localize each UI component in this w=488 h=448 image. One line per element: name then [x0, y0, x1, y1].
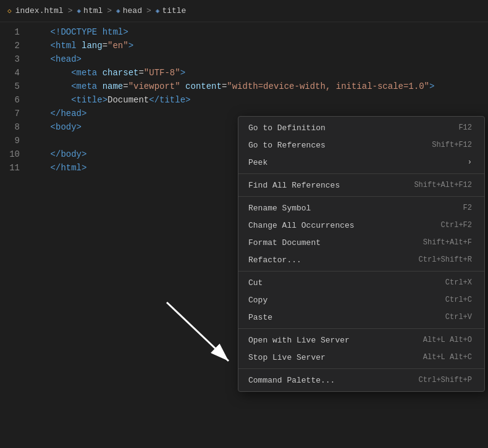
syntax-token: html — [103, 27, 124, 37]
menu-item-label: Rename Symbol — [248, 204, 311, 213]
syntax-token: Document — [107, 95, 149, 105]
menu-item-open-live[interactable]: Open with Live ServerAlt+L Alt+O — [238, 331, 484, 349]
breadcrumb-html-label: html — [83, 6, 103, 15]
syntax-token: <meta — [71, 81, 102, 91]
menu-item-shortcut: Ctrl+V — [445, 313, 472, 321]
line-number: 8 — [0, 122, 30, 132]
menu-item-shortcut: Ctrl+F2 — [441, 221, 472, 230]
menu-item-shortcut: Ctrl+Shift+P — [419, 376, 472, 384]
breadcrumb-html[interactable]: ◈ html — [77, 6, 103, 15]
line-content: <meta name="viewport" content="width=dev… — [30, 81, 488, 91]
menu-item-shortcut: Shift+F12 — [432, 141, 472, 149]
code-line: 4 <meta charset="UTF-8"> — [0, 68, 488, 81]
menu-item-cmd-palette[interactable]: Command Palette...Ctrl+Shift+P — [238, 371, 484, 389]
syntax-token: "width=device-width, initial-scale=1.0" — [227, 81, 429, 91]
menu-item-label: Cut — [248, 278, 263, 288]
line-number: 5 — [0, 81, 30, 91]
syntax-token: content — [185, 81, 222, 91]
line-content: <title>Document</title> — [30, 95, 488, 105]
line-number: 4 — [0, 68, 30, 78]
syntax-token: > — [429, 81, 434, 91]
syntax-token: = — [103, 41, 107, 51]
breadcrumb-bar: ◇ index.html > ◈ html > ◈ head > ◈ title — [0, 0, 488, 22]
menu-item-go-to-def[interactable]: Go to DefinitionF12 — [238, 119, 484, 136]
menu-item-go-to-ref[interactable]: Go to ReferencesShift+F12 — [238, 136, 484, 154]
syntax-token — [30, 95, 71, 105]
menu-item-shortcut: Ctrl+C — [445, 296, 472, 304]
syntax-token — [30, 68, 71, 78]
syntax-token: <head> — [30, 54, 82, 64]
menu-divider — [238, 196, 484, 197]
context-menu: Go to DefinitionF12Go to ReferencesShift… — [238, 116, 485, 392]
syntax-token: </html> — [30, 163, 86, 173]
menu-item-label: Command Palette... — [248, 376, 335, 385]
line-content: <html lang="en"> — [30, 41, 488, 51]
breadcrumb-file[interactable]: index.html — [15, 6, 64, 15]
menu-item-label: Paste — [248, 313, 272, 322]
line-number: 11 — [0, 163, 30, 173]
menu-item-label: Open with Live Server — [248, 336, 350, 345]
menu-item-peek[interactable]: Peek› — [238, 154, 484, 171]
syntax-token: = — [123, 81, 128, 91]
line-number: 7 — [0, 109, 30, 118]
code-line: 3 <head> — [0, 54, 488, 68]
menu-item-label: Change All Occurrences — [248, 221, 355, 230]
menu-item-paste[interactable]: PasteCtrl+V — [238, 309, 484, 326]
menu-item-shortcut: F2 — [463, 204, 472, 212]
menu-item-refactor[interactable]: Refactor...Ctrl+Shift+R — [238, 251, 484, 268]
breadcrumb-sep1: > — [68, 6, 73, 15]
syntax-token: "en" — [107, 41, 128, 51]
menu-item-label: Refactor... — [248, 255, 301, 265]
syntax-token — [180, 81, 185, 91]
breadcrumb-sep3: > — [146, 6, 151, 15]
syntax-token: > — [180, 68, 185, 78]
syntax-token: "viewport" — [128, 81, 180, 91]
syntax-token — [30, 81, 71, 91]
menu-item-copy[interactable]: CopyCtrl+C — [238, 291, 484, 309]
syntax-token: <body> — [30, 122, 82, 132]
menu-divider — [238, 271, 484, 272]
menu-divider — [238, 368, 484, 369]
menu-item-shortcut: Shift+Alt+F12 — [414, 181, 472, 189]
breadcrumb-sep2: > — [107, 6, 112, 15]
title-icon: ◈ — [156, 7, 160, 15]
syntax-token: lang — [82, 41, 103, 51]
breadcrumb-head[interactable]: ◈ head — [116, 6, 142, 15]
menu-item-find-all-ref[interactable]: Find All ReferencesShift+Alt+F12 — [238, 176, 484, 194]
menu-item-shortcut: Alt+L Alt+C — [423, 353, 472, 362]
syntax-token: = — [138, 68, 143, 78]
code-line: 5 <meta name="viewport" content="width=d… — [0, 81, 488, 95]
menu-item-cut[interactable]: CutCtrl+X — [238, 274, 484, 291]
menu-item-shortcut: Ctrl+Shift+R — [419, 255, 472, 264]
line-content: <!DOCTYPE html> — [30, 27, 488, 37]
line-number: 10 — [0, 149, 30, 159]
line-number: 2 — [0, 41, 30, 51]
breadcrumb-head-label: head — [123, 6, 142, 15]
breadcrumb-title-label: title — [162, 6, 186, 15]
syntax-token: "UTF-8" — [144, 68, 180, 78]
menu-item-stop-live[interactable]: Stop Live ServerAlt+L Alt+C — [238, 349, 484, 366]
syntax-token: > — [128, 41, 133, 51]
line-number: 9 — [0, 136, 30, 146]
menu-item-shortcut: Ctrl+X — [445, 278, 472, 287]
menu-item-label: Stop Live Server — [248, 353, 326, 362]
syntax-token: </head> — [30, 109, 86, 118]
html-icon: ◈ — [77, 7, 81, 15]
menu-item-format[interactable]: Format DocumentShift+Alt+F — [238, 234, 484, 251]
syntax-token: <meta — [71, 68, 102, 78]
menu-item-label: Go to Definition — [248, 123, 326, 133]
breadcrumb-title[interactable]: ◈ title — [156, 6, 187, 15]
syntax-token: charset — [103, 68, 139, 78]
syntax-token: name — [103, 81, 124, 91]
menu-item-label: Find All References — [248, 181, 340, 190]
line-number: 3 — [0, 54, 30, 64]
line-number: 6 — [0, 95, 30, 105]
menu-item-label: Copy — [248, 296, 267, 305]
code-line: 6 <title>Document</title> — [0, 95, 488, 109]
menu-item-rename[interactable]: Rename SymbolF2 — [238, 199, 484, 217]
menu-item-change-all[interactable]: Change All OccurrencesCtrl+F2 — [238, 217, 484, 234]
menu-item-label: Format Document — [248, 238, 321, 247]
line-content: <meta charset="UTF-8"> — [30, 68, 488, 78]
line-content: <head> — [30, 54, 488, 64]
menu-item-shortcut: F12 — [458, 123, 472, 132]
